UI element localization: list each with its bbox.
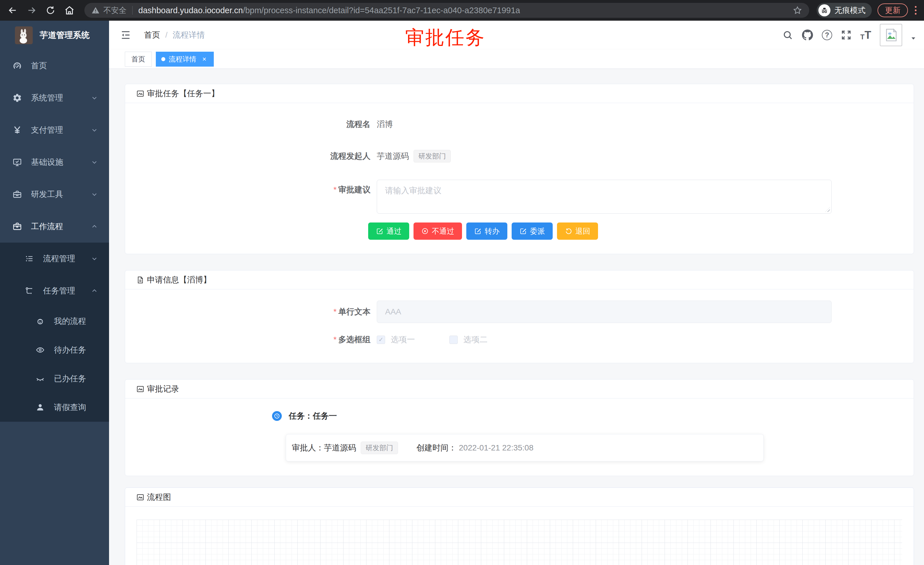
approve-actions: 通过 不通过 转办 委派 [368, 222, 914, 240]
checkbox-option2[interactable]: 选项二 [449, 334, 488, 345]
browser-toolbar: 不安全 dashboard.yudao.iocoder.cn/bpm/proce… [0, 0, 924, 21]
approve-card-header: 审批任务【任务一】 [125, 84, 914, 103]
github-icon[interactable] [802, 29, 813, 41]
update-button[interactable]: 更新 [878, 3, 908, 17]
card-apply-info: 申请信息【滔博】 *单行文本 *多选框组 ✓ 选项一 [125, 270, 914, 363]
approver-name: 芋道源码 [324, 442, 356, 453]
sidebar-item-devtools[interactable]: 研发工具 [0, 178, 109, 210]
return-button[interactable]: 退回 [557, 222, 598, 240]
chevron-up-icon [91, 287, 98, 295]
help-icon[interactable]: ? [822, 30, 832, 40]
create-time-label: 创建时间： [416, 442, 456, 453]
search-icon[interactable] [782, 30, 793, 41]
fullscreen-icon[interactable] [841, 30, 852, 41]
robot-icon [34, 317, 46, 326]
dashboard-icon [12, 61, 23, 71]
chevron-down-icon [91, 191, 98, 198]
required-asterisk: * [333, 335, 337, 344]
picture-icon [136, 493, 145, 502]
process-name-value: 滔博 [377, 119, 393, 130]
caret-down-icon[interactable] [910, 35, 916, 42]
breadcrumb-current: 流程详情 [173, 30, 205, 41]
briefcase-icon [12, 222, 23, 231]
bpmn-canvas[interactable] [136, 520, 902, 565]
approve-button[interactable]: 通过 [368, 222, 409, 240]
workflow-submenu: 流程管理 任务管理 我的流程 待办任务 [0, 243, 109, 422]
process-name-row: 流程名 滔博 [125, 119, 914, 130]
diagram-card-title: 流程图 [147, 492, 171, 503]
sidebar-item-task-mgmt[interactable]: 任务管理 [0, 275, 109, 307]
task-title: 任务：任务一 [289, 410, 337, 421]
app-title: 芋道管理系统 [40, 30, 90, 41]
bookmark-star-icon[interactable] [793, 6, 802, 15]
record-card-header: 审批记录 [125, 380, 914, 398]
initiator-value: 芋道源码 研发部门 [377, 150, 451, 162]
diagram-card-header: 流程图 [125, 488, 914, 507]
gear-icon [12, 93, 23, 103]
tab-home[interactable]: 首页 [125, 52, 152, 67]
sidebar-item-workflow[interactable]: 工作流程 [0, 210, 109, 243]
sidebar: 芋道管理系统 首页 系统管理 支付管理 基础设施 [0, 21, 109, 565]
sidebar-item-todo-tasks[interactable]: 待办任务 [0, 336, 109, 364]
card-process-diagram: 流程图 [125, 487, 914, 565]
org-tree-icon [24, 286, 35, 295]
checkbox-option1[interactable]: ✓ 选项一 [377, 334, 415, 345]
approve-card-title: 审批任务【任务一】 [147, 88, 219, 99]
url-separator [132, 6, 133, 15]
tab-process-detail[interactable]: 流程详情 × [156, 52, 214, 67]
picture-icon [136, 89, 145, 98]
address-bar[interactable]: 不安全 dashboard.yudao.iocoder.cn/bpm/proce… [84, 3, 809, 18]
breadcrumb: 首页 / 流程详情 [144, 30, 205, 41]
breadcrumb-separator: / [165, 30, 168, 40]
list-tree-icon [24, 254, 35, 263]
security-label: 不安全 [103, 5, 126, 15]
top-navbar: 首页 / 流程详情 审批任务 ? TT [109, 21, 924, 50]
required-asterisk: * [333, 185, 337, 194]
sidebar-item-home[interactable]: 首页 [0, 50, 109, 82]
sidebar-item-my-process[interactable]: 我的流程 [0, 307, 109, 336]
suggestion-row: *审批建议 [125, 180, 914, 215]
reload-icon[interactable] [44, 4, 57, 17]
chevron-up-icon [91, 223, 98, 230]
font-size-icon[interactable]: TT [860, 30, 871, 41]
picture-icon [136, 385, 145, 393]
breadcrumb-home[interactable]: 首页 [144, 30, 160, 41]
sidebar-item-process-mgmt[interactable]: 流程管理 [0, 243, 109, 275]
close-tab-icon[interactable]: × [200, 55, 208, 63]
page-content: 审批任务【任务一】 流程名 滔博 流程发起人 芋道源码 研发部门 *审批建议 [109, 69, 924, 565]
record-card-title: 审批记录 [147, 383, 179, 394]
card-approve-task: 审批任务【任务一】 流程名 滔博 流程发起人 芋道源码 研发部门 *审批建议 [125, 84, 914, 254]
create-time-value: 2022-01-21 22:35:08 [459, 443, 534, 452]
back-icon[interactable] [6, 4, 19, 17]
avatar[interactable] [880, 24, 902, 46]
apply-card-header: 申请信息【滔博】 [125, 270, 914, 289]
suggestion-textarea[interactable] [377, 180, 832, 213]
sidebar-item-done-tasks[interactable]: 已办任务 [0, 364, 109, 393]
reject-button[interactable]: 不通过 [414, 222, 462, 240]
monitor-icon [12, 157, 23, 167]
chevron-down-icon [91, 255, 98, 262]
forward-icon[interactable] [25, 4, 38, 17]
sidebar-collapse-icon[interactable] [120, 29, 131, 41]
required-asterisk: * [333, 307, 337, 316]
app-logo[interactable]: 芋道管理系统 [0, 21, 109, 50]
eye-icon [34, 346, 46, 355]
document-icon [136, 276, 145, 284]
browser-menu-icon[interactable] [912, 5, 919, 16]
home-icon[interactable] [63, 4, 76, 17]
sidebar-item-payment[interactable]: 支付管理 [0, 114, 109, 146]
yen-icon [12, 125, 23, 135]
checkbox-group-row: *多选框组 ✓ 选项一 选项二 [125, 334, 914, 363]
warning-icon[interactable] [91, 6, 100, 15]
sidebar-item-infra[interactable]: 基础设施 [0, 146, 109, 178]
delegate-button[interactable]: 委派 [512, 222, 553, 240]
transfer-button[interactable]: 转办 [466, 222, 507, 240]
clock-icon [272, 411, 282, 421]
dept-tag: 研发部门 [414, 150, 451, 162]
apply-card-title: 申请信息【滔博】 [147, 275, 211, 286]
url-text: dashboard.yudao.iocoder.cn/bpm/process-i… [138, 6, 520, 15]
sidebar-item-system[interactable]: 系统管理 [0, 82, 109, 114]
single-text-input[interactable] [377, 301, 832, 323]
chevron-down-icon [91, 94, 98, 102]
sidebar-item-leave-query[interactable]: 请假查询 [0, 393, 109, 422]
